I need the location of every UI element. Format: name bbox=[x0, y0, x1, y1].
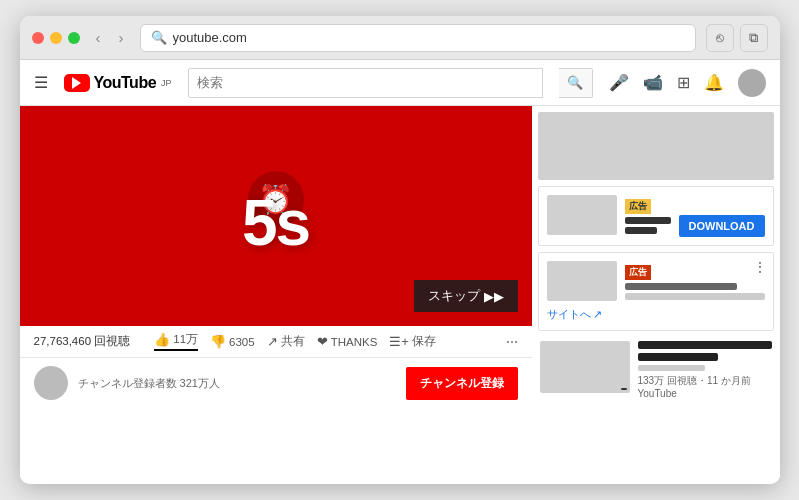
sidebar-video-card-1[interactable]: 133万 回視聴・11 か月前 YouTube bbox=[538, 337, 774, 403]
sidebar-ad-thumbnail-1 bbox=[547, 195, 617, 235]
ad2-text-line-1 bbox=[625, 283, 737, 290]
channel-row: チャンネル登録者数 321万人 チャンネル登録 bbox=[20, 358, 532, 408]
thanks-icon: ❤ bbox=[317, 334, 328, 349]
create-icon[interactable]: 📹 bbox=[643, 73, 663, 92]
user-avatar[interactable] bbox=[738, 69, 766, 97]
save-icon: ☰+ bbox=[389, 334, 409, 349]
thanks-label: THANKS bbox=[331, 336, 378, 348]
browser-window: ‹ › 🔍 ⎋ ⧉ ☰ YouTube JP 🔍 🎤 bbox=[20, 16, 780, 484]
sidebar-video-channel: YouTube bbox=[638, 388, 772, 399]
skip-ad-button[interactable]: スキップ ▶▶ bbox=[414, 280, 518, 312]
like-icon: 👍 bbox=[154, 332, 170, 347]
sidebar-video-channel-line bbox=[638, 365, 705, 371]
subscribe-button[interactable]: チャンネル登録 bbox=[406, 367, 518, 400]
yt-header-icons: 🎤 📹 ⊞ 🔔 bbox=[609, 69, 766, 97]
forward-button[interactable]: › bbox=[113, 27, 130, 48]
yt-sidebar: 広告 DOWNLOAD ⋮ 広告 bbox=[532, 106, 780, 484]
address-input[interactable] bbox=[173, 30, 685, 45]
yt-logo[interactable]: YouTube JP bbox=[64, 74, 172, 92]
ad-text-line-2 bbox=[625, 227, 657, 234]
nav-buttons: ‹ › bbox=[90, 27, 130, 48]
yt-main: 5s スキップ ▶▶ 27,763,460 回視聴 👍 11万 bbox=[20, 106, 780, 484]
address-bar[interactable]: 🔍 bbox=[140, 24, 696, 52]
like-button[interactable]: 👍 11万 bbox=[154, 332, 198, 351]
sidebar-ad2-info: 広告 bbox=[625, 261, 765, 303]
site-link-label: サイトへ bbox=[547, 307, 591, 322]
share-icon: ↗ bbox=[267, 334, 278, 349]
video-player[interactable]: 5s スキップ ▶▶ bbox=[20, 106, 532, 326]
channel-subscriber-count: チャンネル登録者数 321万人 bbox=[78, 376, 396, 391]
save-label: 保存 bbox=[412, 334, 436, 349]
traffic-lights bbox=[32, 32, 80, 44]
share-button[interactable]: ↗ 共有 bbox=[267, 334, 305, 349]
channel-info: チャンネル登録者数 321万人 bbox=[78, 376, 396, 391]
browser-titlebar: ‹ › 🔍 ⎋ ⧉ bbox=[20, 16, 780, 60]
ad-text-line-1 bbox=[625, 217, 671, 224]
video-stats-row: 27,763,460 回視聴 👍 11万 👎 6305 ↗ 共有 bbox=[20, 326, 532, 358]
view-count: 27,763,460 回視聴 bbox=[34, 334, 131, 349]
ad-badge-1: 広告 bbox=[625, 199, 651, 214]
skip-label: スキップ bbox=[428, 287, 480, 305]
more-options-button[interactable]: ⋯ bbox=[506, 335, 518, 349]
yt-logo-suffix: JP bbox=[161, 78, 172, 88]
minimize-button[interactable] bbox=[50, 32, 62, 44]
maximize-button[interactable] bbox=[68, 32, 80, 44]
yt-video-section: 5s スキップ ▶▶ 27,763,460 回視聴 👍 11万 bbox=[20, 106, 532, 484]
sidebar-ad-card-2: ⋮ 広告 サイトへ ↗ bbox=[538, 252, 774, 331]
sidebar-top-ad-banner[interactable] bbox=[538, 112, 774, 180]
ad-more-options[interactable]: ⋮ bbox=[753, 259, 767, 275]
address-search-icon: 🔍 bbox=[151, 30, 167, 45]
sidebar-ad-info-1: 広告 bbox=[625, 195, 671, 237]
dislike-count: 6305 bbox=[229, 336, 255, 348]
ad-timer-text: 5s bbox=[242, 186, 309, 260]
dislike-button[interactable]: 👎 6305 bbox=[210, 334, 255, 349]
external-link-icon: ↗ bbox=[593, 308, 602, 321]
menu-icon[interactable]: ☰ bbox=[34, 73, 48, 92]
yt-logo-text: YouTube bbox=[94, 74, 157, 92]
ad-download-button[interactable]: DOWNLOAD bbox=[679, 215, 765, 237]
share-label: 共有 bbox=[281, 334, 305, 349]
ad-badge-2: 広告 bbox=[625, 265, 651, 280]
copy-button[interactable]: ⧉ bbox=[740, 24, 768, 52]
sidebar-ad2-thumbnail bbox=[547, 261, 617, 301]
mic-icon[interactable]: 🎤 bbox=[609, 73, 629, 92]
yt-search-input[interactable] bbox=[197, 75, 534, 90]
close-button[interactable] bbox=[32, 32, 44, 44]
sidebar-ad-card-1: 広告 DOWNLOAD bbox=[538, 186, 774, 246]
sidebar-video-thumbnail bbox=[540, 341, 630, 393]
bell-icon[interactable]: 🔔 bbox=[704, 73, 724, 92]
youtube-page: ☰ YouTube JP 🔍 🎤 📹 ⊞ 🔔 bbox=[20, 60, 780, 484]
sidebar-video-title-line-1 bbox=[638, 341, 772, 349]
dislike-icon: 👎 bbox=[210, 334, 226, 349]
like-count: 11万 bbox=[173, 332, 198, 347]
sidebar-video-meta: 133万 回視聴・11 か月前 bbox=[638, 374, 772, 388]
ad2-text-line-2 bbox=[625, 293, 765, 300]
yt-search-bar[interactable] bbox=[188, 68, 543, 98]
grid-icon[interactable]: ⊞ bbox=[677, 73, 690, 92]
sidebar-ad2-row: 広告 bbox=[547, 261, 765, 303]
ad-site-link[interactable]: サイトへ ↗ bbox=[547, 307, 765, 322]
back-button[interactable]: ‹ bbox=[90, 27, 107, 48]
yt-search-button[interactable]: 🔍 bbox=[559, 68, 593, 98]
yt-header: ☰ YouTube JP 🔍 🎤 📹 ⊞ 🔔 bbox=[20, 60, 780, 106]
skip-arrow-icon: ▶▶ bbox=[484, 289, 504, 304]
thanks-button[interactable]: ❤ THANKS bbox=[317, 334, 378, 349]
yt-logo-icon bbox=[64, 74, 90, 92]
save-button[interactable]: ☰+ 保存 bbox=[389, 334, 436, 349]
browser-actions: ⎋ ⧉ bbox=[706, 24, 768, 52]
sidebar-video-info: 133万 回視聴・11 か月前 YouTube bbox=[638, 341, 772, 399]
share-button[interactable]: ⎋ bbox=[706, 24, 734, 52]
sidebar-video-title-line-2 bbox=[638, 353, 718, 361]
video-duration bbox=[621, 388, 627, 390]
channel-avatar[interactable] bbox=[34, 366, 68, 400]
video-actions: 👍 11万 👎 6305 ↗ 共有 ❤ TH bbox=[154, 332, 436, 351]
sidebar-ad-card-1-top: 広告 DOWNLOAD bbox=[547, 195, 765, 237]
